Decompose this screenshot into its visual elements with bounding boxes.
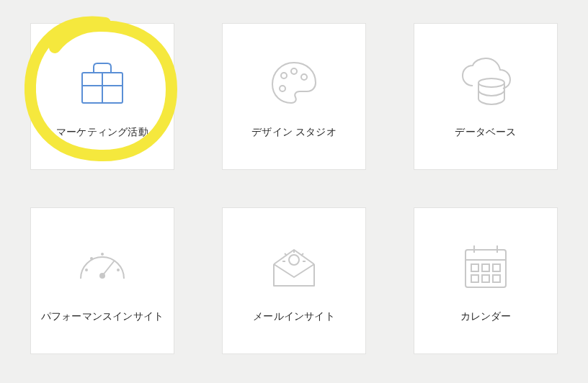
tile-database[interactable]: データベース	[414, 23, 558, 170]
svg-point-3	[281, 73, 287, 78]
mail-idea-icon	[265, 238, 323, 296]
svg-point-12	[101, 253, 104, 256]
tile-marketing-activities[interactable]: マーケティング活動	[30, 23, 174, 170]
svg-point-7	[478, 78, 504, 87]
tile-label: メールインサイト	[253, 310, 335, 323]
svg-rect-29	[493, 275, 500, 282]
svg-point-4	[291, 68, 297, 74]
tile-label: カレンダー	[460, 310, 512, 323]
tile-label: パフォーマンスインサイト	[41, 310, 164, 323]
gauge-icon	[74, 238, 131, 296]
svg-rect-26	[493, 264, 500, 271]
cloud-database-icon	[457, 54, 514, 112]
tile-label: デザイン スタジオ	[251, 126, 337, 139]
tile-design-studio[interactable]: デザイン スタジオ	[222, 23, 366, 170]
svg-rect-27	[471, 275, 478, 282]
svg-rect-25	[482, 264, 489, 271]
calendar-icon	[457, 238, 514, 296]
svg-rect-24	[471, 264, 478, 271]
svg-point-13	[117, 269, 120, 271]
svg-line-9	[102, 261, 114, 276]
briefcase-icon	[74, 54, 131, 112]
tile-label: マーケティング活動	[56, 126, 148, 139]
svg-rect-28	[482, 275, 489, 282]
tile-calendar[interactable]: カレンダー	[414, 207, 558, 354]
svg-line-17	[301, 253, 303, 256]
svg-point-5	[301, 74, 307, 80]
palette-icon	[265, 54, 323, 112]
tile-grid: マーケティング活動 デザイン スタジオ	[0, 0, 588, 354]
svg-point-10	[85, 269, 88, 271]
tile-label: データベース	[455, 126, 516, 139]
tile-performance-insights[interactable]: パフォーマンスインサイト	[30, 207, 174, 354]
tile-email-insights[interactable]: メールインサイト	[222, 207, 366, 354]
svg-point-14	[289, 255, 299, 265]
svg-point-11	[90, 257, 93, 260]
svg-line-16	[285, 253, 287, 256]
svg-point-6	[280, 86, 285, 91]
